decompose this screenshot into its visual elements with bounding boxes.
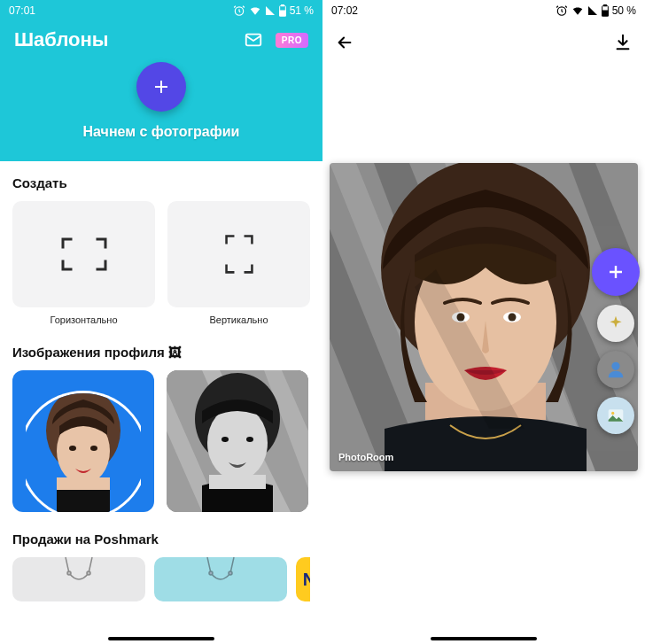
editor-screen: 07:02 50 % (322, 0, 645, 644)
landscape-icon (607, 407, 625, 424)
section-profile: Изображения профиля 🖼 (0, 330, 322, 517)
hero-subtitle: Начнем с фотографии (83, 124, 240, 140)
profile-template-bw[interactable] (167, 370, 308, 512)
avatar-bw (167, 370, 308, 512)
poshmark-peek-letter: N (303, 570, 310, 590)
watermark: PhotoRoom (338, 452, 393, 462)
status-right: 51 % (233, 4, 314, 17)
status-time: 07:02 (331, 4, 358, 17)
signal-icon (265, 5, 276, 16)
svg-rect-26 (602, 11, 608, 16)
crop-horizontal-icon (60, 237, 108, 272)
add-layer-button[interactable] (592, 248, 640, 296)
create-vertical-label: Вертикально (209, 314, 268, 325)
wifi-icon (249, 4, 261, 17)
svg-rect-25 (603, 4, 606, 5)
necklace-icon (57, 557, 101, 601)
section-title-poshmark: Продажи на Poshmark (12, 531, 310, 547)
crop-vertical-icon (224, 234, 254, 275)
status-time: 07:01 (9, 4, 35, 17)
signal-icon (587, 5, 598, 16)
hero-center: Начнем с фотографии (0, 62, 322, 140)
profile-template-circle[interactable] (12, 370, 154, 512)
svg-point-17 (246, 437, 253, 442)
profile-row[interactable] (12, 370, 310, 512)
svg-rect-2 (281, 4, 284, 5)
poshmark-tile-2[interactable] (154, 557, 287, 601)
svg-point-35 (611, 362, 619, 370)
download-icon[interactable] (613, 33, 633, 52)
crop-horizontal-box (12, 201, 155, 307)
create-vertical[interactable]: Вертикально (167, 201, 310, 325)
add-photo-button[interactable] (136, 62, 186, 112)
create-horizontal-label: Горизонтально (50, 314, 117, 325)
svg-point-10 (69, 446, 76, 451)
status-battery: 50 % (612, 4, 636, 17)
section-title-profile: Изображения профиля 🖼 (12, 345, 310, 360)
subject-tool-button[interactable] (597, 351, 634, 388)
page-title: Шаблоны (14, 28, 109, 51)
svg-point-16 (221, 437, 229, 442)
svg-point-21 (209, 571, 213, 575)
plus-icon (151, 76, 172, 97)
nav-indicator[interactable] (431, 637, 537, 640)
svg-point-20 (87, 571, 90, 575)
plus-icon (605, 261, 626, 283)
pro-badge[interactable]: PRO (276, 33, 308, 48)
hero: 07:01 51 % Шаблоны PRO Начнем с фотограф… (0, 0, 322, 161)
poshmark-row[interactable]: N (12, 557, 310, 601)
svg-rect-18 (209, 475, 266, 489)
mail-icon[interactable] (244, 30, 263, 50)
svg-rect-12 (57, 477, 110, 490)
alarm-icon (556, 4, 568, 17)
create-horizontal[interactable]: Горизонтально (12, 201, 155, 325)
alarm-icon (233, 4, 245, 17)
svg-rect-3 (279, 11, 285, 16)
battery-icon (602, 4, 609, 17)
hero-actions: PRO (244, 30, 308, 50)
status-right: 50 % (556, 4, 636, 17)
svg-point-22 (229, 571, 232, 575)
templates-screen: 07:01 51 % Шаблоны PRO Начнем с фотограф… (0, 0, 322, 644)
necklace-icon (198, 557, 243, 601)
sparkle-icon (607, 314, 625, 332)
avatar-cutout (26, 382, 141, 512)
sparkle-tool-button[interactable] (597, 305, 634, 342)
crop-vertical-box (167, 201, 310, 307)
svg-point-11 (90, 446, 97, 451)
create-row: Горизонтально Вертикально (12, 201, 310, 325)
status-battery: 51 % (290, 4, 314, 17)
nav-indicator[interactable] (108, 637, 214, 640)
editor-top-bar (322, 21, 645, 64)
editor-canvas[interactable]: PhotoRoom (330, 163, 638, 471)
background-tool-button[interactable] (597, 397, 634, 434)
section-create: Создать Горизонтально Вертикально (0, 161, 322, 330)
svg-point-19 (67, 571, 71, 575)
back-icon[interactable] (335, 33, 354, 52)
battery-icon (279, 4, 286, 17)
wifi-icon (571, 4, 584, 17)
editor-tools (592, 248, 640, 434)
svg-point-15 (207, 406, 268, 480)
poshmark-tile-1[interactable] (12, 557, 145, 601)
status-bar: 07:01 51 % (0, 0, 322, 21)
section-title-create: Создать (12, 175, 310, 190)
svg-point-37 (611, 412, 614, 415)
person-icon (606, 360, 626, 379)
svg-point-34 (509, 314, 517, 322)
section-poshmark: Продажи на Poshmark N (0, 517, 322, 607)
status-bar: 07:02 50 % (322, 0, 645, 21)
poshmark-tile-peek[interactable]: N (296, 557, 310, 601)
hero-top: Шаблоны PRO (0, 21, 322, 55)
